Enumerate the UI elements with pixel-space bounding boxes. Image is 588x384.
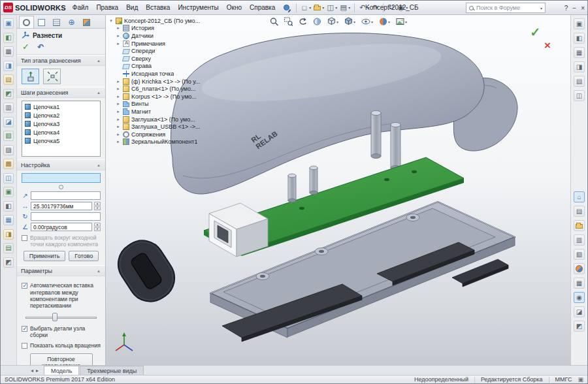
units-label[interactable]: ММГС	[555, 376, 572, 383]
usb-connector-part[interactable]	[209, 203, 268, 257]
group-settings[interactable]: Настройка▴	[17, 159, 105, 170]
search-input[interactable]: Поиск в Форуме ▾	[466, 3, 546, 13]
tab-property-manager[interactable]	[19, 16, 34, 28]
group-explode-steps[interactable]: Шаги разнесения▴	[17, 87, 105, 98]
expand-arrow-icon[interactable]: ▸	[116, 124, 121, 129]
edit-appearance-button[interactable]: ▾	[378, 17, 390, 26]
assembly-tool-icon[interactable]: ◧	[3, 201, 14, 212]
assembly-tool-icon[interactable]: ▦	[3, 215, 14, 225]
collapse-icon[interactable]: ▴	[96, 163, 101, 168]
open-button[interactable]: ▾	[312, 3, 325, 13]
expand-arrow-icon[interactable]: ▸	[116, 25, 121, 31]
assembly-tool-icon[interactable]: ▨	[3, 145, 14, 155]
tab-feature-manager[interactable]	[34, 16, 49, 28]
expand-arrow-icon[interactable]: ▸	[116, 109, 121, 114]
list-item[interactable]: Цепочка4	[23, 128, 99, 136]
assembly-tool-icon[interactable]: ▣	[3, 18, 14, 29]
cancel-button[interactable]: ↶	[37, 42, 44, 52]
done-button[interactable]: Готово	[69, 251, 99, 261]
explode-steps-list[interactable]: Цепочка1 Цепочка2 Цепочка3 Цепочка4 Цепо…	[22, 101, 101, 157]
new-document-button[interactable]: □▾	[299, 3, 312, 13]
chevron-down-icon[interactable]: ▾	[309, 5, 311, 10]
expand-arrow-icon[interactable]: ▸	[116, 117, 121, 122]
assembly-tool-icon[interactable]: ▩	[3, 159, 14, 169]
rotation-axis-input[interactable]	[31, 212, 101, 221]
select-subassembly-parts-checkbox[interactable]: Выбрать детали узла сборки	[22, 325, 101, 338]
view-tool-icon[interactable]: ▤	[574, 76, 585, 87]
view-orientation-button[interactable]: ▾	[327, 17, 338, 26]
chevron-down-icon[interactable]: ▾	[322, 5, 324, 10]
menu-insert[interactable]: Вставка	[142, 1, 174, 14]
angle-spinner[interactable]: ▲▼	[94, 223, 101, 231]
assembly-tool-icon[interactable]: ◨	[3, 229, 14, 240]
chevron-down-icon[interactable]: ▾	[336, 20, 338, 24]
tree-item[interactable]: ▸Винты	[108, 101, 208, 108]
expand-arrow-icon[interactable]: ▸	[116, 33, 121, 39]
tree-item[interactable]: ▸ЗеркальныйКомпонент1	[108, 138, 208, 146]
file-explorer-tab[interactable]	[574, 220, 585, 231]
confirm-ok-button[interactable]: ✓	[530, 24, 541, 40]
tree-item[interactable]: ▸Заглушка<1> (По умо...	[108, 116, 208, 123]
menu-help[interactable]: Справка	[246, 1, 279, 14]
task-pane-home-tab[interactable]: ⌂	[574, 191, 585, 202]
tree-item[interactable]: Исходная точка	[108, 70, 208, 78]
view-palette-tab[interactable]: ▧	[574, 249, 585, 260]
grommet-cap-part[interactable]	[110, 232, 184, 310]
radial-step-button[interactable]	[43, 69, 61, 84]
view-tool-icon[interactable]: ▣	[574, 18, 585, 29]
assembly-tool-icon[interactable]: ▣	[3, 187, 14, 197]
tree-item[interactable]: ▸Korpus <1> -> (По умо...	[108, 93, 208, 101]
collapse-icon[interactable]: ▴	[96, 58, 101, 63]
chevron-down-icon[interactable]: ▾	[353, 20, 355, 24]
expand-arrow-icon[interactable]: ▸	[116, 132, 121, 137]
help-button[interactable]: ?	[564, 5, 568, 12]
hide-show-items-button[interactable]: ▾	[361, 17, 373, 26]
list-item[interactable]: Цепочка3	[23, 120, 99, 128]
collapse-icon[interactable]: ▴	[96, 90, 101, 95]
chevron-down-icon[interactable]: ▾	[388, 20, 390, 24]
chevron-down-icon[interactable]: ▾	[371, 20, 373, 24]
tree-item[interactable]: ▸Заглушка_USBB <1> ->...	[108, 123, 208, 131]
expand-arrow-icon[interactable]: ▸	[116, 79, 121, 84]
chevron-down-icon[interactable]: ▾	[348, 5, 350, 10]
list-item[interactable]: Цепочка1	[23, 103, 99, 111]
distance-spinner[interactable]: ▲▼	[94, 202, 101, 210]
prev-tab-arrow-icon[interactable]: ◂	[31, 368, 33, 374]
minimize-button[interactable]: −	[572, 5, 576, 12]
menu-window[interactable]: Окно	[223, 1, 246, 14]
view-tool-icon[interactable]: ◧	[574, 33, 585, 44]
chevron-down-icon[interactable]: ▾	[335, 5, 337, 10]
assembly-tool-icon[interactable]: ▤	[3, 243, 14, 253]
scenes-tab[interactable]: ▦	[574, 278, 585, 289]
zoom-area-button[interactable]	[284, 17, 293, 26]
search-tab[interactable]: ▥	[574, 234, 585, 246]
zoom-fit-button[interactable]	[269, 17, 278, 26]
expand-arrow-icon[interactable]: ▸	[116, 94, 121, 99]
confirm-cancel-button[interactable]: ×	[544, 39, 551, 52]
menu-edit[interactable]: Правка	[92, 1, 122, 14]
display-style-button[interactable]: ▾	[344, 17, 355, 26]
assembly-tool-icon[interactable]: ◧	[3, 33, 14, 43]
assembly-tool-icon[interactable]: ▤	[3, 74, 14, 85]
close-button[interactable]: ×	[581, 5, 585, 12]
list-item[interactable]: Цепочка2	[23, 111, 99, 120]
tree-item[interactable]: ▸Примечания	[108, 40, 208, 48]
tab-configuration-manager[interactable]	[49, 16, 64, 28]
tree-item[interactable]: Спереди	[108, 47, 208, 55]
view-tool-icon[interactable]: ▦	[574, 47, 585, 58]
view-tool-icon[interactable]: ◫	[574, 90, 585, 101]
section-view-button[interactable]	[312, 17, 321, 26]
reverse-direction-handle[interactable]	[59, 185, 63, 189]
tree-item[interactable]: ▸Сопряжения	[108, 131, 208, 138]
pin-menu-icon[interactable]	[283, 4, 289, 12]
regular-step-button[interactable]	[22, 69, 39, 84]
previous-view-button[interactable]	[298, 17, 307, 26]
expand-arrow-icon[interactable]: ▾	[108, 18, 114, 24]
status-sheet-icon[interactable]: ▣	[578, 376, 583, 383]
components-selection-box[interactable]	[22, 173, 101, 183]
rotate-about-origin-checkbox[interactable]: Вращать вокруг исходной точки каждого ко…	[22, 234, 101, 248]
assembly-tool-icon[interactable]: ◪	[3, 117, 14, 127]
assembly-tool-icon[interactable]: ◨	[3, 61, 14, 71]
tree-item[interactable]: ▸Магнит	[108, 108, 208, 116]
menu-file[interactable]: Файл	[69, 1, 93, 14]
